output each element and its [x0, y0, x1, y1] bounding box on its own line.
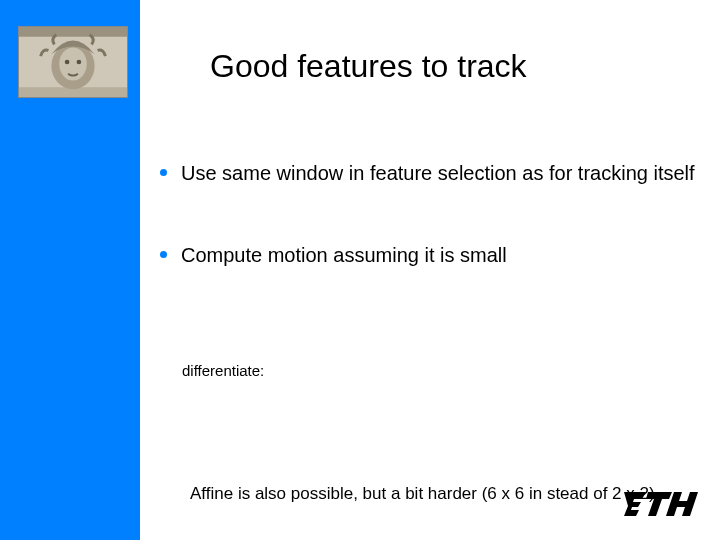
bullet-dot-icon	[160, 251, 167, 258]
svg-marker-9	[666, 492, 698, 516]
slide-title: Good features to track	[210, 48, 527, 85]
bullet-text: Use same window in feature selection as …	[181, 160, 695, 186]
sub-label: differentiate:	[182, 362, 264, 379]
bullet-list: Use same window in feature selection as …	[160, 160, 700, 324]
svg-rect-1	[19, 27, 127, 37]
bullet-dot-icon	[160, 169, 167, 176]
svg-point-5	[65, 60, 70, 65]
list-item: Compute motion assuming it is small	[160, 242, 700, 268]
medusa-relief-icon	[18, 26, 128, 98]
list-item: Use same window in feature selection as …	[160, 160, 700, 186]
svg-marker-7	[624, 492, 646, 516]
slide: Good features to track Use same window i…	[0, 0, 720, 540]
eth-logo-icon	[624, 492, 702, 516]
svg-point-6	[77, 60, 82, 65]
bullet-text: Compute motion assuming it is small	[181, 242, 507, 268]
footnote: Affine is also possible, but a bit harde…	[190, 484, 655, 504]
